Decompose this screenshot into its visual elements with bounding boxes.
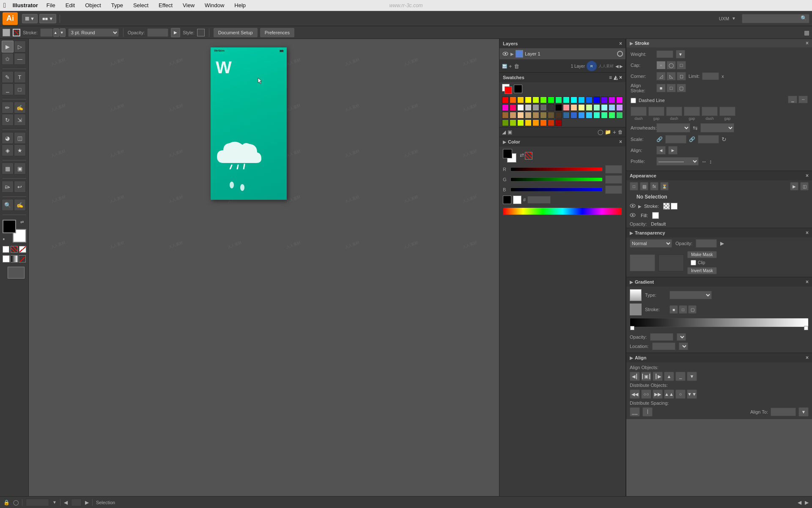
swatch-color-23[interactable] [555, 104, 562, 111]
swatch-color-5[interactable] [540, 97, 547, 103]
options-btn[interactable]: ■■ ▼ [39, 14, 56, 23]
trans-opacity-input[interactable]: 100% [696, 239, 717, 248]
swatch-color-34[interactable] [517, 112, 524, 119]
paintbrush-tool[interactable]: ✏ [2, 102, 14, 113]
layer-row-1[interactable]: ▶ Layer 1 [499, 48, 625, 60]
color-black-swatch[interactable] [503, 196, 511, 204]
swatch-color-44[interactable] [593, 112, 600, 119]
stroke-down-btn[interactable]: ▼ [60, 28, 66, 37]
stroke-style-select[interactable]: 3 pt. Round 1 pt. 2 pt. [68, 28, 119, 37]
dash-pat-2[interactable]: ┈ [798, 96, 808, 103]
stroke-color-swatch[interactable] [13, 29, 20, 36]
app-stroke-swatch-2[interactable] [671, 203, 678, 210]
swatch-color-35[interactable] [525, 112, 532, 119]
dist-top-btn[interactable]: ▲▲ [664, 389, 674, 399]
swatch-color-1[interactable] [510, 97, 516, 103]
app-name[interactable]: Illustrator [13, 2, 38, 8]
apple-menu[interactable]:  [3, 2, 6, 9]
color-swap-btn[interactable]: ⇄ [520, 152, 524, 160]
app-icon-square-2[interactable]: ▨ [640, 182, 648, 190]
app-icon-add-right[interactable]: ▶ [790, 182, 798, 190]
color-close-btn[interactable]: × [619, 139, 622, 145]
stroke-panel-close[interactable]: × [806, 40, 809, 46]
doc-setup-btn[interactable]: Document Setup [214, 28, 258, 37]
app-icon-square-1[interactable]: □ [630, 182, 638, 190]
opacity-link-btn[interactable]: ▶ [171, 28, 180, 37]
user-arrow[interactable]: ▼ [732, 16, 736, 21]
swatch-color-30[interactable] [609, 104, 615, 111]
arrowhead-swap-btn[interactable]: ⇆ [693, 124, 698, 131]
swatch-color-22[interactable] [548, 104, 554, 111]
layer-name[interactable]: Layer 1 [525, 51, 615, 56]
pen-tool[interactable]: ✎ [2, 71, 14, 83]
swatch-color-53[interactable] [540, 119, 547, 126]
eraser-tool[interactable]: ↩ [14, 181, 26, 193]
trans-close-btn[interactable]: × [806, 230, 809, 236]
align-close-btn[interactable]: × [806, 355, 809, 361]
arrange-btn[interactable]: ▦ ▼ [22, 14, 38, 23]
gap-1-input[interactable] [648, 107, 664, 116]
profile-select[interactable]: —————— [656, 157, 699, 166]
app-fill-eye[interactable] [630, 213, 636, 218]
align-to-input[interactable]: 100% [771, 408, 796, 416]
dash-1-input[interactable] [631, 107, 647, 116]
align-to-select-btn[interactable]: ▼ [798, 407, 809, 417]
opacity-input[interactable]: 100% [147, 28, 168, 37]
swatch-color-32[interactable] [502, 112, 509, 119]
swatch-color-2[interactable] [517, 97, 524, 103]
swatch-color-50[interactable] [517, 119, 524, 126]
menu-select[interactable]: Select [132, 2, 150, 8]
dist-center-h-btn[interactable]: ○○ [641, 389, 651, 399]
swatch-color-16[interactable] [502, 104, 509, 111]
limit-input[interactable] [702, 72, 719, 80]
swatch-color-6[interactable] [548, 97, 554, 103]
cap-butt-btn[interactable]: ▫ [656, 61, 666, 69]
menu-file[interactable]: File [45, 2, 57, 8]
layer-visibility-eye[interactable] [502, 50, 509, 57]
scale-tool[interactable]: ⇲ [14, 114, 26, 126]
swatch-color-27[interactable] [586, 104, 593, 111]
swatch-color-24[interactable] [563, 104, 570, 111]
selection-tool[interactable]: ▶ [2, 41, 14, 52]
app-icon-clock[interactable]: ⏳ [660, 182, 669, 190]
transparency-header[interactable]: ▶ Transparency × [626, 228, 812, 237]
swatch-color-25[interactable] [571, 104, 577, 111]
warp-tool[interactable]: ◕ [2, 132, 14, 144]
r-slider[interactable] [510, 167, 603, 171]
cap-square-btn[interactable]: □ [677, 61, 686, 69]
align-header[interactable]: ▶ Align × [626, 353, 812, 362]
weight-input[interactable] [656, 50, 673, 58]
app-stroke-swatch-1[interactable] [663, 203, 670, 210]
align-bottom-btn[interactable]: ▼ [687, 372, 697, 381]
gradient-header[interactable]: ▶ Gradient × [626, 277, 812, 287]
rotate-tool[interactable]: ↻ [2, 114, 14, 126]
dashed-line-checkbox[interactable] [631, 98, 636, 103]
preferences-btn[interactable]: Preferences [260, 28, 294, 37]
align-inside-btn[interactable]: □ [667, 84, 676, 92]
column-graph-tool[interactable]: ▦ [2, 163, 14, 174]
layer-target-circle[interactable] [617, 51, 623, 57]
swatches-close-btn[interactable]: × [619, 75, 622, 80]
page-next-btn[interactable]: ▶ [620, 64, 623, 69]
make-mask-btn[interactable]: Make Mask [687, 251, 717, 258]
grad-stroke-swatch[interactable] [630, 304, 642, 315]
type-tool[interactable]: T [14, 71, 26, 83]
swatch-color-36[interactable] [532, 112, 539, 119]
grad-stop-left[interactable] [630, 326, 634, 330]
mesh-tool[interactable]: ◫ [14, 132, 26, 144]
none-btn[interactable] [19, 246, 26, 253]
direct-selection-tool[interactable]: ▷ [14, 41, 26, 52]
swatch-color-42[interactable] [578, 112, 585, 119]
swatch-color-4[interactable] [532, 97, 539, 103]
grad-type-select[interactable]: Linear Radial [669, 291, 712, 299]
swatch-color-13[interactable] [601, 97, 608, 103]
swatch-color-54[interactable] [548, 119, 554, 126]
swatch-color-7[interactable] [555, 97, 562, 103]
align-left-btn[interactable]: ◀┃ [630, 372, 640, 381]
swatch-color-12[interactable] [593, 97, 600, 103]
arrange-icon-right[interactable]: ▦ [804, 29, 809, 36]
grad-stroke-btn-1[interactable]: ■ [669, 305, 678, 314]
swatches-grid-view-btn[interactable]: ◭ [614, 75, 617, 80]
swatch-color-9[interactable] [571, 97, 577, 103]
swatch-color-41[interactable] [571, 112, 577, 119]
